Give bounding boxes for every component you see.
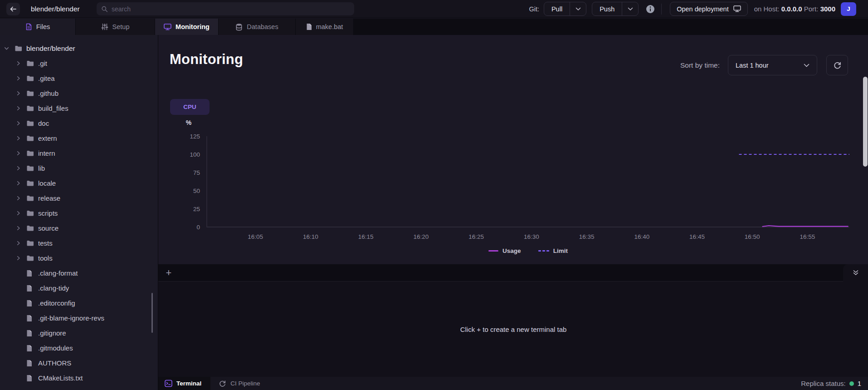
bottom-bar: Terminal CI Pipeline Replica status: 1 <box>158 377 868 390</box>
file-icon <box>26 360 32 367</box>
page-title: Monitoring <box>170 51 243 68</box>
tree-item[interactable]: COPYING <box>0 385 158 390</box>
svg-text:16:10: 16:10 <box>303 233 318 240</box>
git-label: Git: <box>529 5 539 13</box>
tab-setup[interactable]: Setup <box>76 19 155 35</box>
tree-item[interactable]: CMakeLists.txt <box>0 370 158 385</box>
tree-item[interactable]: blender/blender <box>0 41 158 56</box>
chevron-right-icon <box>15 90 21 96</box>
main-scrollbar[interactable] <box>863 77 868 167</box>
svg-text:50: 50 <box>193 188 200 194</box>
svg-text:16:20: 16:20 <box>413 233 429 240</box>
legend-item: Usage <box>488 247 521 254</box>
tree-item-label: doc <box>38 119 49 127</box>
chevron-right-icon <box>15 60 26 66</box>
chevron-right-icon <box>15 255 26 261</box>
replica-status-label: Replica status: <box>801 380 845 387</box>
tab-make-bat[interactable]: make.bat <box>296 19 354 35</box>
pull-options-button[interactable] <box>570 2 586 15</box>
back-button[interactable] <box>6 3 20 15</box>
tree-item[interactable]: tools <box>0 251 158 266</box>
series-usage-line <box>762 226 848 227</box>
sort-by-time-label: Sort by time: <box>680 61 720 69</box>
user-avatar[interactable]: J <box>841 2 856 16</box>
search-input[interactable] <box>112 5 350 13</box>
tree-item-label: extern <box>38 134 57 142</box>
tree-item[interactable]: .clang-format <box>0 266 158 281</box>
tree-item[interactable]: .git <box>0 56 158 71</box>
replica-status: Replica status: 1 <box>801 380 868 387</box>
monitor-icon <box>733 5 741 12</box>
git-pull-button-group: Pull <box>544 2 586 16</box>
tab-databases[interactable]: Databases <box>219 19 296 35</box>
chevron-right-icon <box>15 90 26 96</box>
tree-item[interactable]: .gitmodules <box>0 341 158 355</box>
svg-text:16:50: 16:50 <box>745 233 760 240</box>
chevron-down-icon <box>4 45 15 51</box>
legend-item: Limit <box>538 247 568 254</box>
time-range-value: Last 1 hour <box>736 62 769 69</box>
file-icon <box>26 345 32 352</box>
pull-button[interactable]: Pull <box>544 2 570 15</box>
chevron-right-icon <box>15 255 21 261</box>
tab-label: Terminal <box>176 380 201 387</box>
port-value: 3000 <box>820 5 835 13</box>
terminal-empty-state: Click + to create a new terminal tab <box>158 281 868 377</box>
folder-icon <box>26 255 34 262</box>
tab-terminal[interactable]: Terminal <box>158 377 210 390</box>
svg-text:16:55: 16:55 <box>800 233 815 240</box>
tree-item[interactable]: release <box>0 191 158 206</box>
tree-item-label: lib <box>38 164 45 172</box>
file-icon <box>26 300 32 307</box>
host-port-status: on Host: 0.0.0.0 Port: 3000 <box>754 5 835 13</box>
double-chevron-down-icon <box>853 270 859 276</box>
tab-monitoring[interactable]: Monitoring <box>155 19 219 35</box>
search-icon <box>101 5 108 13</box>
chevron-right-icon <box>15 180 26 186</box>
time-range-select[interactable]: Last 1 hour <box>728 55 817 75</box>
tree-item[interactable]: locale <box>0 176 158 191</box>
tree-item[interactable]: tests <box>0 236 158 251</box>
tree-item[interactable]: doc <box>0 116 158 131</box>
monitoring-panel: Monitoring Sort by time: Last 1 hour CPU… <box>158 35 868 390</box>
cpu-chart-tab[interactable]: CPU <box>170 99 210 115</box>
tree-item[interactable]: .clang-tidy <box>0 281 158 296</box>
chevron-right-icon <box>15 60 21 66</box>
tree-item[interactable]: build_files <box>0 101 158 116</box>
tree-item[interactable]: .github <box>0 86 158 101</box>
tree-item[interactable]: .gitea <box>0 71 158 86</box>
tree-item[interactable]: .git-blame-ignore-revs <box>0 311 158 326</box>
tree-item[interactable]: extern <box>0 131 158 146</box>
tree-item[interactable]: intern <box>0 146 158 161</box>
folder-icon <box>26 120 34 127</box>
arrow-left-icon <box>9 5 17 13</box>
chevron-down-icon <box>628 7 633 11</box>
database-icon <box>235 23 243 31</box>
tree-item-label: build_files <box>38 104 68 112</box>
tree-item[interactable]: source <box>0 221 158 236</box>
tree-item[interactable]: .gitignore <box>0 326 158 341</box>
info-button[interactable] <box>646 5 655 14</box>
search-box[interactable] <box>97 2 354 15</box>
tree-item[interactable]: scripts <box>0 206 158 221</box>
tree-item[interactable]: .editorconfig <box>0 296 158 311</box>
tree-item[interactable]: lib <box>0 161 158 176</box>
sidebar-scrollbar[interactable] <box>151 293 153 333</box>
push-button[interactable]: Push <box>592 2 622 15</box>
refresh-button[interactable] <box>826 55 848 75</box>
chevron-right-icon <box>15 150 21 156</box>
svg-text:16:05: 16:05 <box>248 233 263 240</box>
svg-text:16:35: 16:35 <box>579 233 595 240</box>
tab-label: Databases <box>247 23 278 30</box>
push-options-button[interactable] <box>622 2 638 15</box>
collapse-panel-button[interactable] <box>843 264 868 281</box>
tab-files[interactable]: Files <box>0 19 76 35</box>
tree-item[interactable]: AUTHORS <box>0 355 158 370</box>
folder-icon <box>26 135 34 142</box>
tab-ci-pipeline[interactable]: CI Pipeline <box>210 377 268 390</box>
add-terminal-button[interactable]: + <box>162 266 176 280</box>
replica-status-dot <box>849 381 854 386</box>
tab-label: make.bat <box>316 23 343 30</box>
open-deployment-button[interactable]: Open deployment <box>670 2 747 16</box>
chevron-right-icon <box>15 165 21 171</box>
